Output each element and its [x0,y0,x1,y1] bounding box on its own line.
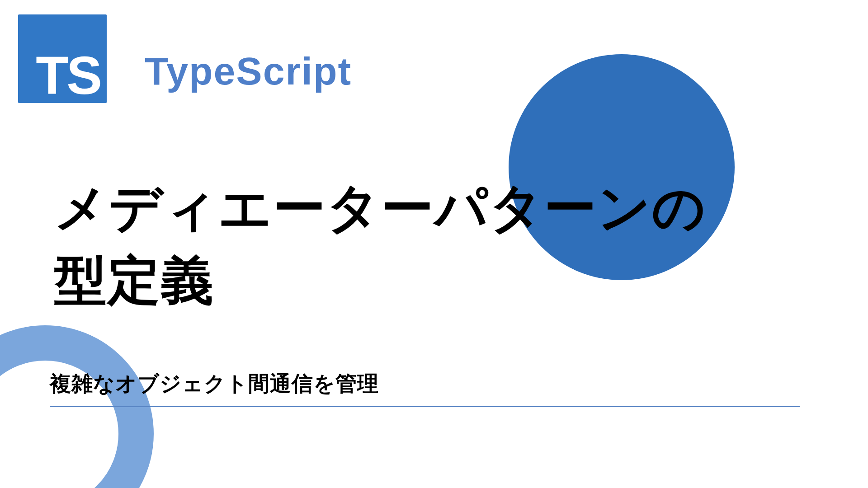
horizontal-rule [50,406,800,407]
slide-title: メディエーターパターンの型定義 [54,172,741,316]
slide-subtitle: 複雑なオブジェクト間通信を管理 [50,370,800,406]
brand-name: TypeScript [145,49,352,94]
logo-text: TS [36,49,100,102]
typescript-logo: TS [18,14,107,103]
subtitle-block: 複雑なオブジェクト間通信を管理 [50,370,800,407]
slide: TS TypeScript メディエーターパターンの型定義 複雑なオブジェクト間… [0,0,868,488]
